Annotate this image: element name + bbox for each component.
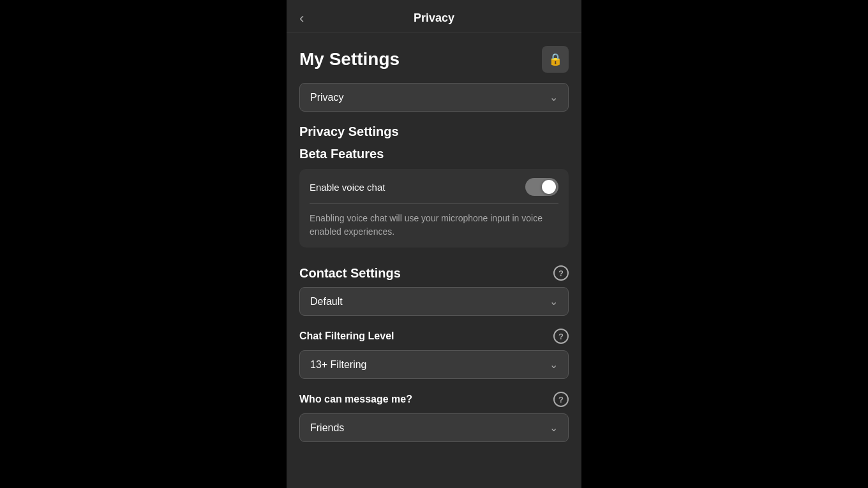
chat-filtering-row: Chat Filtering Level ? xyxy=(299,329,569,344)
chat-filtering-arrow: ⌄ xyxy=(550,359,558,371)
chat-filtering-dropdown[interactable]: 13+ Filtering ⌄ xyxy=(299,350,569,379)
contact-settings-row: Contact Settings ? xyxy=(299,265,569,281)
who-can-message-value: Friends xyxy=(310,422,344,434)
chat-filtering-value: 13+ Filtering xyxy=(310,359,367,371)
privacy-settings-heading: Privacy Settings xyxy=(299,124,569,139)
contact-settings-dropdown[interactable]: Default ⌄ xyxy=(299,287,569,316)
chat-filtering-help-icon[interactable]: ? xyxy=(553,329,569,344)
contact-settings-arrow: ⌄ xyxy=(550,295,558,307)
privacy-dropdown-arrow: ⌄ xyxy=(550,91,558,103)
voice-chat-toggle[interactable] xyxy=(525,178,558,196)
who-can-message-help-icon[interactable]: ? xyxy=(553,392,569,407)
who-can-message-dropdown[interactable]: Friends ⌄ xyxy=(299,413,569,442)
chat-filtering-heading: Chat Filtering Level xyxy=(299,330,394,342)
contact-settings-heading: Contact Settings xyxy=(299,266,401,281)
phone-container: ‹ Privacy My Settings 🔒 Privacy ⌄ Privac… xyxy=(287,0,581,488)
contact-settings-help-icon[interactable]: ? xyxy=(553,265,569,281)
privacy-dropdown-value: Privacy xyxy=(310,92,343,103)
enable-voice-chat-label: Enable voice chat xyxy=(310,182,385,193)
beta-divider xyxy=(310,203,558,204)
lock-button[interactable]: 🔒 xyxy=(542,46,569,73)
lock-icon: 🔒 xyxy=(548,52,562,66)
privacy-dropdown[interactable]: Privacy ⌄ xyxy=(299,83,569,112)
my-settings-title: My Settings xyxy=(299,49,400,70)
beta-toggle-row: Enable voice chat xyxy=(310,178,558,196)
back-button[interactable]: ‹ xyxy=(299,10,304,27)
back-icon: ‹ xyxy=(299,10,304,27)
contact-settings-value: Default xyxy=(310,296,343,307)
who-can-message-arrow: ⌄ xyxy=(550,422,558,434)
toggle-thumb xyxy=(542,180,556,194)
beta-features-heading: Beta Features xyxy=(299,147,569,161)
content: My Settings 🔒 Privacy ⌄ Privacy Settings… xyxy=(287,33,581,488)
header-title: Privacy xyxy=(414,11,454,25)
beta-features-box: Enable voice chat Enabling voice chat wi… xyxy=(299,169,569,248)
my-settings-row: My Settings 🔒 xyxy=(299,46,569,73)
voice-chat-description: Enabling voice chat will use your microp… xyxy=(310,213,542,237)
toggle-track xyxy=(525,178,558,196)
header: ‹ Privacy xyxy=(287,0,581,33)
who-can-message-row: Who can message me? ? xyxy=(299,392,569,407)
who-can-message-heading: Who can message me? xyxy=(299,394,412,405)
